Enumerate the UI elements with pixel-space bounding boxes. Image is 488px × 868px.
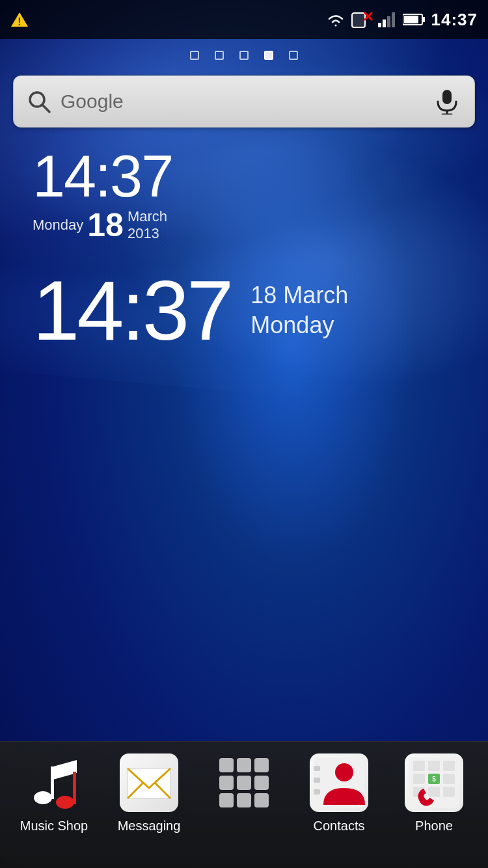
status-bar: ! 14:37: [0, 0, 488, 39]
svg-rect-9: [392, 12, 395, 27]
svg-rect-30: [254, 776, 269, 790]
svg-rect-8: [387, 16, 390, 27]
signal-icon: [378, 11, 398, 28]
dock-item-messaging[interactable]: Messaging: [107, 753, 191, 834]
svg-rect-35: [314, 766, 320, 771]
clock-date-line1: 18 March: [251, 282, 348, 309]
svg-rect-42: [443, 761, 455, 771]
dock-label-music-shop: Music Shop: [20, 819, 88, 834]
svg-rect-26: [237, 758, 251, 772]
clock-date-2: 18 March Monday: [251, 282, 348, 339]
svg-text:!: !: [18, 16, 21, 27]
dock-item-contacts[interactable]: Contacts: [297, 753, 381, 834]
date-year: 2013: [128, 225, 167, 242]
bottom-dock: Music Shop Messaging: [0, 741, 488, 868]
svg-rect-48: [428, 787, 440, 797]
dock-item-app-drawer[interactable]: [202, 753, 286, 819]
svg-rect-31: [219, 793, 234, 807]
dock-label-phone: Phone: [415, 819, 453, 834]
svg-point-38: [335, 763, 353, 781]
svg-rect-21: [73, 772, 76, 804]
dock-label-messaging: Messaging: [118, 819, 181, 834]
svg-rect-25: [219, 758, 234, 772]
clock-widget-1: 14:37 Monday 18 March 2013: [0, 128, 488, 249]
contacts-icon[interactable]: [310, 753, 368, 812]
svg-rect-3: [352, 13, 365, 27]
svg-rect-22: [128, 768, 170, 798]
dock-item-phone[interactable]: 5 Phone: [392, 753, 476, 834]
status-time: 14:37: [431, 10, 478, 30]
battery-icon: [403, 12, 426, 27]
clock-widget-2: 14:37 18 March Monday: [0, 249, 488, 359]
svg-line-14: [42, 105, 49, 112]
svg-rect-37: [314, 789, 320, 794]
svg-rect-15: [442, 90, 452, 104]
svg-point-20: [56, 796, 74, 809]
page-dot-1[interactable]: [190, 51, 199, 60]
music-shop-icon[interactable]: [25, 753, 83, 812]
app-drawer-icon[interactable]: [215, 753, 273, 812]
svg-rect-32: [237, 793, 251, 807]
svg-rect-41: [428, 761, 440, 771]
svg-rect-46: [443, 774, 455, 784]
wifi-icon: [326, 11, 346, 28]
svg-rect-27: [254, 758, 269, 772]
date-day-name: Monday: [33, 217, 83, 234]
svg-rect-12: [404, 16, 418, 23]
page-dot-5[interactable]: [289, 51, 298, 60]
sim-error-icon: [351, 10, 373, 29]
clock-time-2: 14:37: [33, 268, 231, 353]
page-indicators: [0, 39, 488, 69]
svg-rect-28: [219, 776, 234, 790]
status-right: 14:37: [326, 10, 478, 30]
svg-rect-7: [383, 20, 386, 27]
mic-icon[interactable]: [433, 87, 461, 116]
search-icon: [27, 89, 51, 114]
dock-item-music-shop[interactable]: Music Shop: [12, 753, 96, 834]
messaging-icon[interactable]: [120, 753, 178, 812]
date-day-number: 18: [87, 209, 124, 241]
status-left: !: [10, 10, 29, 29]
date-month: March: [128, 208, 167, 225]
search-bar-container[interactable]: Google: [13, 75, 475, 128]
date-month-year: March 2013: [128, 208, 167, 242]
svg-rect-33: [254, 793, 269, 807]
svg-rect-11: [422, 17, 425, 22]
svg-rect-29: [237, 776, 251, 790]
svg-rect-36: [314, 778, 320, 783]
warning-icon: !: [10, 10, 29, 29]
clock-date-1: Monday 18 March 2013: [33, 208, 455, 242]
clock-time-1: 14:37: [33, 147, 455, 206]
svg-point-18: [34, 791, 52, 804]
svg-rect-6: [378, 23, 381, 27]
clock-date-line2: Monday: [251, 312, 348, 339]
page-dot-2[interactable]: [215, 51, 224, 60]
svg-text:5: 5: [432, 776, 436, 783]
svg-rect-43: [413, 774, 425, 784]
search-placeholder: Google: [61, 90, 433, 113]
dock-label-contacts: Contacts: [314, 819, 365, 834]
svg-rect-40: [413, 761, 425, 771]
search-bar[interactable]: Google: [13, 75, 475, 128]
page-dot-4[interactable]: [264, 51, 273, 60]
page-dot-3[interactable]: [239, 51, 249, 60]
phone-icon[interactable]: 5: [405, 753, 463, 812]
svg-rect-49: [443, 787, 455, 797]
